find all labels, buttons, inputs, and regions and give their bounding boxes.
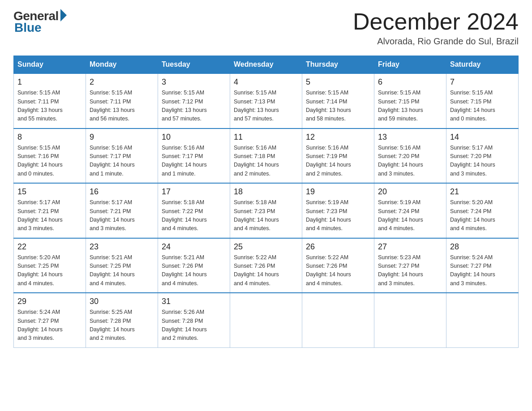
day-info: Sunrise: 5:22 AMSunset: 7:26 PMDaylight:…: [306, 253, 370, 288]
logo: General Blue: [13, 9, 67, 35]
day-info: Sunrise: 5:15 AMSunset: 7:15 PMDaylight:…: [450, 89, 515, 124]
day-number: 6: [378, 77, 442, 87]
day-number: 21: [450, 187, 515, 197]
logo-blue-text: Blue: [14, 21, 42, 35]
calendar-cell: 28Sunrise: 5:24 AMSunset: 7:27 PMDayligh…: [446, 238, 519, 293]
day-number: 25: [234, 242, 298, 252]
header-day-sunday: Sunday: [14, 56, 86, 74]
header-day-wednesday: Wednesday: [230, 56, 302, 74]
week-row-3: 15Sunrise: 5:17 AMSunset: 7:21 PMDayligh…: [14, 183, 519, 238]
header-row: SundayMondayTuesdayWednesdayThursdayFrid…: [14, 56, 519, 74]
page-header: General Blue December 2024 Alvorada, Rio…: [13, 9, 519, 47]
day-number: 14: [450, 133, 515, 142]
day-info: Sunrise: 5:24 AMSunset: 7:27 PMDaylight:…: [17, 308, 82, 343]
calendar-cell: [374, 293, 446, 347]
calendar-cell: 24Sunrise: 5:21 AMSunset: 7:26 PMDayligh…: [158, 238, 230, 293]
calendar-cell: 14Sunrise: 5:17 AMSunset: 7:20 PMDayligh…: [446, 128, 519, 184]
calendar-cell: 12Sunrise: 5:16 AMSunset: 7:19 PMDayligh…: [302, 128, 374, 184]
calendar-cell: 4Sunrise: 5:15 AMSunset: 7:13 PMDaylight…: [230, 73, 302, 128]
day-number: 3: [162, 77, 226, 87]
day-info: Sunrise: 5:15 AMSunset: 7:14 PMDaylight:…: [306, 89, 370, 124]
day-info: Sunrise: 5:19 AMSunset: 7:23 PMDaylight:…: [306, 198, 370, 233]
calendar-cell: 31Sunrise: 5:26 AMSunset: 7:28 PMDayligh…: [158, 293, 230, 347]
day-info: Sunrise: 5:15 AMSunset: 7:11 PMDaylight:…: [17, 89, 82, 124]
day-number: 27: [378, 242, 442, 252]
day-info: Sunrise: 5:21 AMSunset: 7:25 PMDaylight:…: [90, 253, 154, 288]
day-number: 24: [162, 242, 226, 252]
day-info: Sunrise: 5:17 AMSunset: 7:20 PMDaylight:…: [450, 144, 515, 179]
day-number: 11: [234, 133, 298, 142]
calendar-cell: 1Sunrise: 5:15 AMSunset: 7:11 PMDaylight…: [14, 73, 86, 128]
day-number: 9: [90, 133, 154, 142]
day-number: 1: [17, 77, 82, 87]
calendar-cell: 17Sunrise: 5:18 AMSunset: 7:22 PMDayligh…: [158, 183, 230, 238]
calendar-cell: [230, 293, 302, 347]
day-number: 10: [162, 133, 226, 142]
calendar-cell: 11Sunrise: 5:16 AMSunset: 7:18 PMDayligh…: [230, 128, 302, 184]
header-day-thursday: Thursday: [302, 56, 374, 74]
header-day-saturday: Saturday: [446, 56, 519, 74]
header-day-friday: Friday: [374, 56, 446, 74]
day-info: Sunrise: 5:25 AMSunset: 7:28 PMDaylight:…: [90, 308, 154, 343]
day-number: 31: [162, 297, 226, 306]
calendar-cell: 26Sunrise: 5:22 AMSunset: 7:26 PMDayligh…: [302, 238, 374, 293]
title-area: December 2024 Alvorada, Rio Grande do Su…: [353, 9, 519, 47]
calendar-cell: 10Sunrise: 5:16 AMSunset: 7:17 PMDayligh…: [158, 128, 230, 184]
calendar-cell: 20Sunrise: 5:19 AMSunset: 7:24 PMDayligh…: [374, 183, 446, 238]
day-info: Sunrise: 5:15 AMSunset: 7:15 PMDaylight:…: [378, 89, 442, 124]
day-number: 28: [450, 242, 515, 252]
day-info: Sunrise: 5:16 AMSunset: 7:19 PMDaylight:…: [306, 144, 370, 179]
calendar-cell: 3Sunrise: 5:15 AMSunset: 7:12 PMDaylight…: [158, 73, 230, 128]
calendar-cell: 27Sunrise: 5:23 AMSunset: 7:27 PMDayligh…: [374, 238, 446, 293]
calendar-cell: 5Sunrise: 5:15 AMSunset: 7:14 PMDaylight…: [302, 73, 374, 128]
day-info: Sunrise: 5:16 AMSunset: 7:20 PMDaylight:…: [378, 144, 442, 179]
calendar-body: 1Sunrise: 5:15 AMSunset: 7:11 PMDaylight…: [14, 73, 519, 347]
day-number: 17: [162, 187, 226, 197]
day-number: 8: [17, 133, 82, 142]
calendar-cell: 13Sunrise: 5:16 AMSunset: 7:20 PMDayligh…: [374, 128, 446, 184]
calendar-cell: [302, 293, 374, 347]
day-number: 22: [17, 242, 82, 252]
day-info: Sunrise: 5:18 AMSunset: 7:22 PMDaylight:…: [162, 198, 226, 233]
calendar-cell: 25Sunrise: 5:22 AMSunset: 7:26 PMDayligh…: [230, 238, 302, 293]
calendar-table: SundayMondayTuesdayWednesdayThursdayFrid…: [13, 56, 519, 348]
calendar-cell: [446, 293, 519, 347]
day-info: Sunrise: 5:18 AMSunset: 7:23 PMDaylight:…: [234, 198, 298, 233]
day-number: 2: [90, 77, 154, 87]
day-info: Sunrise: 5:15 AMSunset: 7:13 PMDaylight:…: [234, 89, 298, 124]
calendar-cell: 19Sunrise: 5:19 AMSunset: 7:23 PMDayligh…: [302, 183, 374, 238]
calendar-cell: 6Sunrise: 5:15 AMSunset: 7:15 PMDaylight…: [374, 73, 446, 128]
calendar-cell: 18Sunrise: 5:18 AMSunset: 7:23 PMDayligh…: [230, 183, 302, 238]
week-row-4: 22Sunrise: 5:20 AMSunset: 7:25 PMDayligh…: [14, 238, 519, 293]
day-info: Sunrise: 5:17 AMSunset: 7:21 PMDaylight:…: [17, 198, 82, 233]
day-info: Sunrise: 5:24 AMSunset: 7:27 PMDaylight:…: [450, 253, 515, 288]
day-number: 23: [90, 242, 154, 252]
calendar-cell: 22Sunrise: 5:20 AMSunset: 7:25 PMDayligh…: [14, 238, 86, 293]
day-info: Sunrise: 5:15 AMSunset: 7:12 PMDaylight:…: [162, 89, 226, 124]
day-info: Sunrise: 5:20 AMSunset: 7:25 PMDaylight:…: [17, 253, 82, 288]
location-title: Alvorada, Rio Grande do Sul, Brazil: [353, 36, 519, 47]
day-number: 12: [306, 133, 370, 142]
calendar-cell: 30Sunrise: 5:25 AMSunset: 7:28 PMDayligh…: [86, 293, 158, 347]
calendar-cell: 16Sunrise: 5:17 AMSunset: 7:21 PMDayligh…: [86, 183, 158, 238]
day-number: 16: [90, 187, 154, 197]
month-title: December 2024: [353, 9, 519, 34]
week-row-1: 1Sunrise: 5:15 AMSunset: 7:11 PMDaylight…: [14, 73, 519, 128]
day-number: 26: [306, 242, 370, 252]
day-info: Sunrise: 5:23 AMSunset: 7:27 PMDaylight:…: [378, 253, 442, 288]
week-row-2: 8Sunrise: 5:15 AMSunset: 7:16 PMDaylight…: [14, 128, 519, 184]
calendar-header: SundayMondayTuesdayWednesdayThursdayFrid…: [14, 56, 519, 74]
day-info: Sunrise: 5:16 AMSunset: 7:17 PMDaylight:…: [90, 144, 154, 179]
day-info: Sunrise: 5:15 AMSunset: 7:11 PMDaylight:…: [90, 89, 154, 124]
day-number: 30: [90, 297, 154, 306]
day-info: Sunrise: 5:22 AMSunset: 7:26 PMDaylight:…: [234, 253, 298, 288]
logo-arrow-icon: [60, 9, 67, 21]
calendar-cell: 2Sunrise: 5:15 AMSunset: 7:11 PMDaylight…: [86, 73, 158, 128]
day-info: Sunrise: 5:21 AMSunset: 7:26 PMDaylight:…: [162, 253, 226, 288]
day-number: 15: [17, 187, 82, 197]
day-info: Sunrise: 5:20 AMSunset: 7:24 PMDaylight:…: [450, 198, 515, 233]
calendar-cell: 7Sunrise: 5:15 AMSunset: 7:15 PMDaylight…: [446, 73, 519, 128]
day-number: 29: [17, 297, 82, 306]
day-info: Sunrise: 5:16 AMSunset: 7:18 PMDaylight:…: [234, 144, 298, 179]
day-info: Sunrise: 5:16 AMSunset: 7:17 PMDaylight:…: [162, 144, 226, 179]
